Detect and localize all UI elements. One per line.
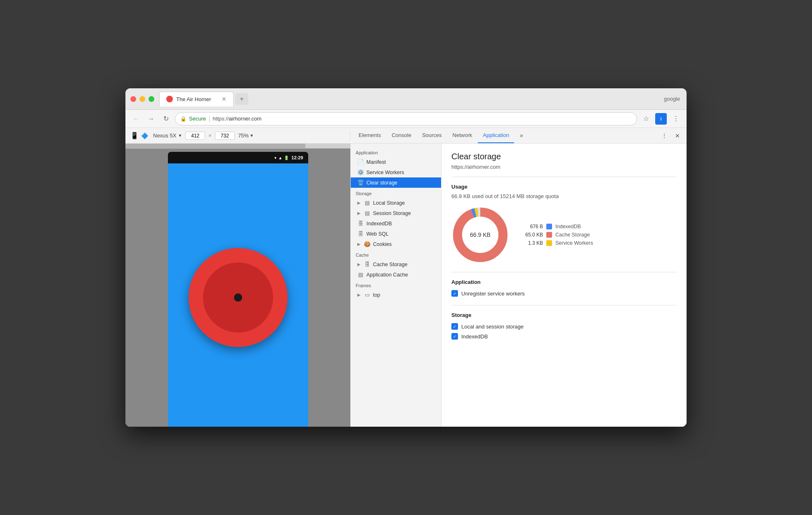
expand-icon: ▶ bbox=[357, 262, 361, 267]
indexeddb-icon: 🗄 bbox=[357, 220, 364, 227]
status-time: 12:29 bbox=[291, 155, 303, 160]
preview-pane: ▾ ▲ 🔋 12:29 bbox=[125, 144, 350, 427]
tab-sources[interactable]: Sources bbox=[417, 128, 447, 143]
divider-3 bbox=[451, 305, 677, 305]
local-storage-icon: ▤ bbox=[364, 200, 371, 206]
devtools-more-button[interactable]: ⋮ bbox=[659, 130, 670, 142]
back-button[interactable]: ← bbox=[130, 113, 142, 125]
minimize-button[interactable] bbox=[139, 96, 145, 102]
user-name: google bbox=[664, 96, 680, 102]
sidebar-item-service-workers[interactable]: ⚙️ Service Workers bbox=[351, 167, 441, 177]
sidebar-item-session-storage[interactable]: ▶ ▤ Session Storage bbox=[351, 208, 441, 218]
url-scheme: https:// bbox=[212, 116, 229, 122]
tab-title: The Air Horner bbox=[176, 96, 211, 102]
viewport-width-input[interactable] bbox=[185, 132, 205, 140]
address-bar-actions: ☆ i ⋮ bbox=[640, 113, 682, 125]
legend-label-cache-storage: Cache Storage bbox=[555, 232, 590, 238]
devtools-close-button[interactable]: ✕ bbox=[672, 130, 683, 142]
main-panel: Clear storage https://airhorner.com Usag… bbox=[441, 144, 687, 427]
expand-icon: ▶ bbox=[357, 293, 361, 297]
checkbox-indexeddb[interactable]: ✓ IndexedDB bbox=[451, 331, 677, 341]
expand-icon: ▶ bbox=[357, 242, 361, 246]
sidebar-item-label: Cache Storage bbox=[373, 262, 407, 267]
sidebar-item-clear-storage[interactable]: 🗑️ Clear storage bbox=[351, 177, 441, 188]
forward-button[interactable]: → bbox=[145, 113, 157, 125]
tab-elements[interactable]: Elements bbox=[354, 128, 386, 143]
maximize-button[interactable] bbox=[149, 96, 154, 102]
sidebar-item-cache-storage[interactable]: ▶ 🗄 Cache Storage bbox=[351, 259, 441, 269]
horizontal-scrollbar[interactable] bbox=[125, 144, 350, 149]
service-workers-icon: ⚙️ bbox=[357, 169, 364, 175]
device-chevron-icon: ▼ bbox=[178, 133, 182, 138]
tab-close-button[interactable]: ✕ bbox=[222, 96, 227, 102]
sidebar-item-label: Cookies bbox=[373, 241, 392, 247]
divider bbox=[451, 177, 677, 177]
sidebar-item-manifest[interactable]: 📄 Manifest bbox=[351, 157, 441, 167]
devtools-panel: Application 📄 Manifest ⚙️ Service Worker… bbox=[350, 144, 687, 427]
sidebar-item-label: IndexedDB bbox=[366, 221, 392, 227]
sidebar-item-web-sql[interactable]: 🗄 Web SQL bbox=[351, 229, 441, 239]
expand-icon: ▶ bbox=[357, 201, 361, 205]
panel-url: https://airhorner.com bbox=[451, 164, 677, 170]
extension-button[interactable]: i bbox=[655, 113, 667, 125]
checkbox-icon: ✓ bbox=[451, 290, 458, 297]
sidebar-item-indexeddb[interactable]: 🗄 IndexedDB bbox=[351, 218, 441, 229]
legend-color-indexeddb bbox=[546, 224, 552, 229]
phone-content bbox=[168, 163, 308, 427]
checkbox-unregister-service-workers[interactable]: ✓ Unregister service workers bbox=[451, 288, 677, 298]
reload-button[interactable]: ↻ bbox=[160, 113, 172, 125]
donut-center-label: 66.9 KB bbox=[470, 232, 491, 238]
viewport-height-input[interactable] bbox=[215, 132, 235, 140]
checkbox-local-session-storage[interactable]: ✓ Local and session storage bbox=[451, 321, 677, 331]
legend-color-cache-storage bbox=[546, 232, 552, 238]
usage-text: 66.9 KB used out of 15214 MB storage quo… bbox=[451, 193, 677, 199]
session-storage-icon: ▤ bbox=[364, 210, 371, 216]
address-bar: ← → ↻ 🔒 Secure | https://airhorner.com ☆… bbox=[125, 110, 687, 128]
tab-console[interactable]: Console bbox=[387, 128, 416, 143]
sidebar-item-application-cache[interactable]: ▤ Application Cache bbox=[351, 269, 441, 280]
device-name: Nexus 5X bbox=[153, 132, 176, 139]
chrome-menu-button[interactable]: ⋮ bbox=[670, 113, 682, 125]
checkbox-label: Local and session storage bbox=[461, 324, 524, 330]
new-tab-button[interactable]: + bbox=[235, 93, 248, 105]
zoom-selector[interactable]: 75% ▼ bbox=[238, 132, 254, 139]
clear-storage-icon: 🗑️ bbox=[357, 180, 364, 186]
application-section: Application ✓ Unregister service workers bbox=[451, 279, 677, 298]
sidebar-section-storage: Storage bbox=[351, 188, 441, 198]
sidebar-item-cookies[interactable]: ▶ 🍪 Cookies bbox=[351, 239, 441, 249]
sidebar-section-application: Application bbox=[351, 147, 441, 157]
web-sql-icon: 🗄 bbox=[357, 231, 364, 237]
legend-value: 676 B bbox=[522, 224, 543, 229]
bookmark-button[interactable]: ☆ bbox=[640, 113, 652, 125]
close-button[interactable] bbox=[130, 96, 136, 102]
tab-application[interactable]: Application bbox=[478, 128, 514, 143]
sidebar-item-top[interactable]: ▶ ▭ top bbox=[351, 290, 441, 300]
secure-text: Secure bbox=[189, 116, 206, 122]
usage-section-title: Usage bbox=[451, 184, 677, 190]
dimension-separator: × bbox=[208, 132, 212, 139]
application-cache-icon: ▤ bbox=[357, 272, 364, 278]
device-selector[interactable]: Nexus 5X ▼ bbox=[153, 132, 182, 139]
tab-more-icon[interactable]: » bbox=[515, 128, 528, 143]
devtools-tabs: Elements Console Sources Network Applica… bbox=[350, 128, 655, 143]
checkbox-icon: ✓ bbox=[451, 323, 458, 330]
tab-network[interactable]: Network bbox=[448, 128, 477, 143]
status-icons: ▾ ▲ 🔋 bbox=[274, 156, 289, 160]
sidebar-section-frames: Frames bbox=[351, 280, 441, 290]
tab-favicon bbox=[166, 96, 173, 102]
url-bar[interactable]: 🔒 Secure | https://airhorner.com bbox=[175, 112, 637, 125]
legend-item-cache-storage: 65.0 KB Cache Storage bbox=[522, 232, 593, 238]
vinyl-record bbox=[189, 248, 288, 347]
title-bar: The Air Horner ✕ + google bbox=[125, 88, 687, 110]
wifi-icon: ▾ bbox=[274, 156, 276, 160]
sidebar-item-local-storage[interactable]: ▶ ▤ Local Storage bbox=[351, 198, 441, 208]
donut-chart: 66.9 KB bbox=[451, 206, 509, 264]
browser-tab[interactable]: The Air Horner ✕ bbox=[159, 92, 234, 106]
sidebar-item-label: top bbox=[373, 292, 380, 298]
devtools-action-icons: ⋮ ✕ bbox=[655, 130, 687, 142]
phone-status-bar: ▾ ▲ 🔋 12:29 bbox=[168, 152, 308, 163]
sidebar-item-label: Clear storage bbox=[366, 180, 397, 186]
legend-color-service-workers bbox=[546, 240, 552, 246]
usage-chart-area: 66.9 KB 676 B IndexedDB 65.0 KB Cache St… bbox=[451, 206, 677, 264]
device-mode-icon: 📱 bbox=[130, 132, 139, 139]
